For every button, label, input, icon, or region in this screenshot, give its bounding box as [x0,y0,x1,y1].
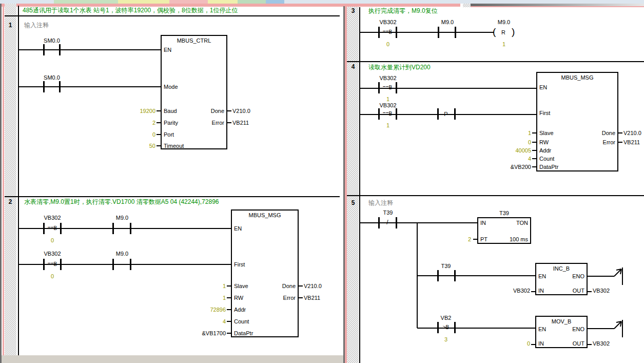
coil-value[interactable]: 1 [492,41,516,48]
network-margin[interactable] [347,7,359,363]
compare-contact[interactable] [396,27,397,38]
nc-contact[interactable] [396,217,397,228]
network-3-number[interactable]: 3 [347,7,359,14]
pin-stub [618,132,622,133]
continuation-arrow-icon [588,319,623,337]
contact[interactable] [437,270,439,281]
coil-operand[interactable]: M9.0 [492,18,516,26]
function-block-mbus-msg[interactable]: MBUS_MSG EN First Slave RW Addr Count Da… [536,72,618,171]
pin-en: EN [538,326,546,333]
pin-done: Done [602,129,615,137]
param-slave[interactable]: 1 [501,129,531,137]
timer-resolution: 100 ms [510,236,528,243]
pin-stub [588,344,592,345]
continuation-arrow-icon [588,266,623,285]
compare-op: ==B [380,29,395,36]
pin-slave: Slave [539,129,554,137]
compare-operand[interactable]: VB302 [377,74,399,82]
pin-out: OUT [573,340,584,347]
contact-operand[interactable]: T39 [435,262,457,270]
network-separator [347,195,644,196]
pin-count: Count [539,155,554,162]
wire [417,275,535,276]
pin-stub [531,344,535,345]
pin-stub [473,239,477,240]
pin-first: First [539,109,550,117]
pin-in: IN [538,287,544,294]
block-title: MOV_B [536,318,587,325]
block-title: MBUS_MSG [537,74,617,81]
pin-eno: ENO [572,273,584,280]
network-5-comment[interactable]: 输入注释 [368,199,393,207]
pin-stub [532,142,536,143]
pin-eno: ENO [572,326,584,333]
contact[interactable] [454,270,456,281]
function-block-inc-b[interactable]: INC_B EN ENO IN OUT [535,263,588,295]
coil-op: R [496,29,511,36]
pin-in: IN [480,219,486,226]
pin-rw: RW [539,139,549,146]
pin-stub [532,150,536,151]
contact[interactable] [455,27,456,38]
output-out-operand[interactable]: VB302 [593,287,610,294]
timer-operand[interactable]: T39 [477,209,531,217]
pin-addr: Addr [539,147,551,154]
contact[interactable] [438,27,439,38]
param-in[interactable]: VB302 [500,287,530,294]
compare-op: ==B [380,110,395,118]
compare-value[interactable]: 0 [377,41,399,48]
compare-operand[interactable]: VB302 [377,102,399,109]
contact-operand[interactable]: M9.0 [436,18,459,26]
param-dataptr[interactable]: &VB200 [501,163,531,170]
param-rw[interactable]: 0 [501,139,531,146]
output-done-operand[interactable]: V210.0 [623,129,641,137]
function-block-mov-b[interactable]: MOV_B EN ENO IN OUT [535,316,588,348]
compare-contact[interactable] [454,322,456,333]
output-out-operand[interactable]: VB302 [593,340,610,347]
compare-operand[interactable]: VB302 [377,18,399,26]
param-in[interactable]: 0 [500,340,530,347]
param-count[interactable]: 4 [501,155,531,162]
compare-value[interactable]: 1 [377,122,399,129]
pin-stub [618,142,622,143]
pin-dataptr: DataPtr [539,163,558,170]
pin-error: Error [603,139,615,146]
compare-operand[interactable]: VB2 [435,314,457,321]
compare-contact[interactable] [396,108,397,120]
power-rail [359,7,360,363]
pin-stub [588,291,592,292]
pin-en: EN [539,84,547,91]
compare-contact[interactable] [396,82,397,93]
compare-op: ==B [380,84,395,91]
pin-stub [531,291,535,292]
network-4-comment[interactable]: 读取水量累计到VD200 [368,64,431,71]
network-4-number[interactable]: 4 [347,63,359,70]
pin-pt: PT [480,236,487,243]
reset-coil[interactable]: ) [512,26,515,37]
network-5-number[interactable]: 5 [347,199,359,206]
wire [417,328,535,329]
network-separator [347,61,644,62]
pulse-op: P [438,110,454,118]
compare-op: >B [438,324,454,331]
contact-operand[interactable]: T39 [377,209,399,216]
pin-stub [532,158,536,159]
nc-slash: / [380,219,395,226]
pin-out: OUT [573,287,584,294]
param-addr[interactable]: 40005 [501,147,531,154]
output-error-operand[interactable]: VB211 [623,139,640,146]
timer-type: TON [516,219,528,226]
param-pt[interactable]: 2 [461,236,471,243]
pin-in: IN [538,340,544,347]
network-3-comment[interactable]: 执行完成清零，M9.0复位 [368,7,438,15]
ladder-window-right: 3 执行完成清零，M9.0复位 VB302 ==B 0 M9.0 M9.0 ( … [0,0,644,363]
pin-en: EN [538,273,546,280]
compare-value[interactable]: 3 [435,336,457,343]
pin-stub [532,166,536,167]
block-title: INC_B [536,265,587,272]
pin-stub [532,132,536,133]
timer-block-ton[interactable]: IN TON PT 100 ms [477,217,531,244]
pulse-contact[interactable] [454,108,456,120]
